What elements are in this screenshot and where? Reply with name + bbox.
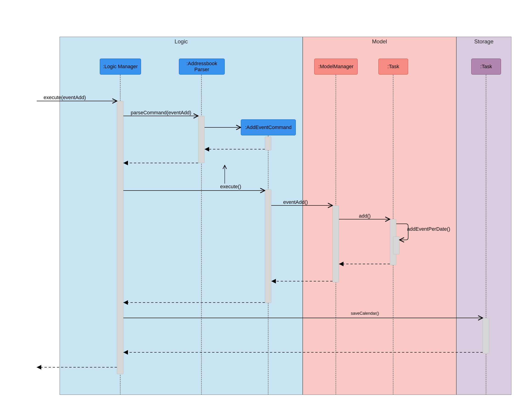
label-m7: eventAdd(): [283, 199, 308, 205]
lifeline-head-add-event-cmd: :AddEventCommand: [241, 119, 296, 136]
region-storage-title: Storage: [456, 37, 511, 45]
label-m8: add(): [359, 213, 371, 219]
lifeline-label: :Addressbook Parser: [179, 61, 224, 72]
activation-task-storage: [483, 318, 489, 353]
label-m6: execute(): [220, 184, 241, 190]
lifeline-label: :Logic Manager: [103, 64, 138, 70]
activation-model-manager: [332, 205, 339, 282]
label-m9: addEventPerDate(): [407, 226, 450, 232]
lifeline-head-logic-manager: :Logic Manager: [100, 59, 141, 75]
activation-logic-manager: [117, 101, 123, 374]
lifeline-head-addressbook: :Addressbook Parser: [179, 59, 225, 75]
lifeline-label: :AddEventCommand: [245, 124, 292, 130]
activation-add-event-cmd-2: [265, 189, 271, 303]
lifeline-head-task-storage: :Task: [471, 59, 501, 75]
lifeline-head-model-manager: :ModelManager: [314, 59, 358, 75]
activation-task-model-2: [393, 236, 399, 254]
region-model: Model: [303, 37, 456, 395]
label-m13: saveCalendar(): [351, 311, 379, 316]
lifeline-label: :Task: [480, 64, 492, 70]
region-logic-title: Logic: [60, 37, 303, 45]
label-m1: execute(eventAdd): [44, 95, 86, 101]
activation-addressbook: [198, 116, 204, 163]
label-m2: parseCommand(eventAdd): [131, 110, 191, 116]
region-model-title: Model: [303, 37, 456, 45]
lifeline-label: :ModelManager: [318, 64, 354, 70]
lifeline-head-task-model: :Task: [378, 59, 408, 75]
lifeline-label: :Task: [387, 64, 399, 70]
activation-add-event-cmd-1: [265, 137, 271, 150]
